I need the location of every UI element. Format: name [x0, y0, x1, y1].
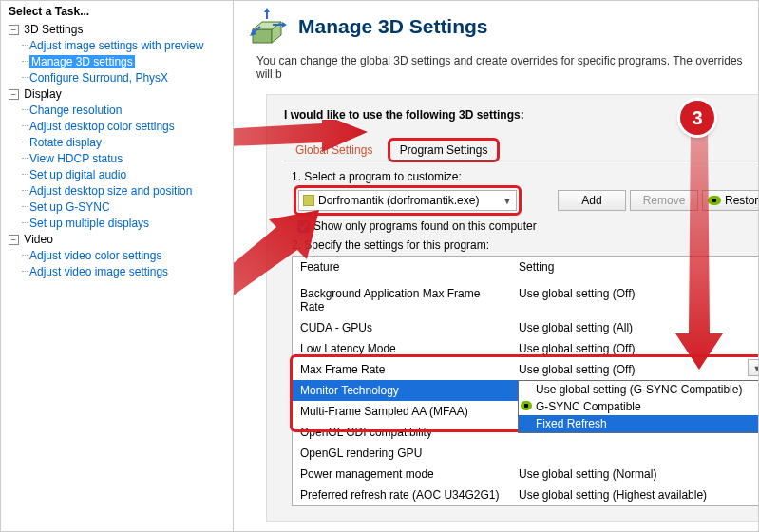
sidebar-title: Select a Task... — [5, 3, 233, 20]
feature-name: Preferred refresh rate (AOC U34G2G1) — [293, 484, 511, 505]
col-feature: Feature — [293, 256, 511, 277]
tree-expander[interactable]: − — [9, 25, 19, 35]
feature-value: Use global setting (All) — [511, 317, 758, 338]
program-select[interactable]: Dorfromantik (dorfromantik.exe) ▼ — [298, 190, 517, 211]
program-icon — [303, 195, 314, 206]
page-description: You can change the global 3D settings an… — [234, 50, 758, 90]
chevron-down-icon: ▼ — [503, 196, 512, 206]
tree-item[interactable]: Manage 3D settings — [29, 55, 135, 68]
tree-item[interactable]: Set up digital audio — [29, 168, 126, 181]
tree-item[interactable]: Adjust video image settings — [29, 265, 168, 278]
nvidia-icon — [521, 401, 532, 410]
tree-item[interactable]: Configure Surround, PhysX — [29, 71, 168, 85]
program-name: Dorfromantik (dorfromantik.exe) — [318, 194, 479, 207]
program-select-highlight: Dorfromantik (dorfromantik.exe) ▼ — [294, 185, 522, 216]
tree-item[interactable]: Adjust video color settings — [29, 249, 161, 262]
annotation-badge-3: 3 — [680, 101, 714, 135]
tree-item[interactable]: Set up multiple displays — [29, 217, 149, 230]
feature-name: OpenGL GDI compatibility — [293, 422, 511, 443]
feature-name: Background Application Max Frame Rate — [293, 283, 511, 317]
tree-expander[interactable]: − — [9, 235, 19, 245]
feature-name: Monitor Technology — [293, 380, 511, 401]
tree-item[interactable]: Adjust desktop color settings — [29, 120, 175, 133]
feature-value: Use global setting (Off) — [511, 359, 758, 380]
feature-value — [511, 443, 758, 464]
feature-row[interactable]: Max Frame RateUse global setting (Off) — [293, 359, 758, 380]
feature-name: Low Latency Mode — [293, 338, 511, 359]
tree-item[interactable]: Set up G-SYNC — [29, 200, 110, 214]
feature-row[interactable]: Low Latency ModeUse global setting (Off) — [293, 338, 758, 359]
dropdown-option[interactable]: G-SYNC Compatible — [519, 398, 758, 415]
feature-row[interactable]: Preferred refresh rate (AOC U34G2G1)Use … — [293, 484, 758, 505]
add-button[interactable]: Add — [558, 190, 626, 211]
step2-label: 2. Specify the settings for this program… — [292, 238, 758, 252]
feature-name: OpenGL rendering GPU — [293, 443, 511, 464]
task-sidebar: Select a Task... − 3D SettingsAdjust ima… — [1, 1, 234, 531]
feature-name: Multi-Frame Sampled AA (MFAA) — [293, 401, 511, 422]
tree-expander[interactable]: − — [9, 89, 19, 100]
restore-button[interactable]: Restore — [702, 190, 758, 211]
step1-label: 1. Select a program to customize: — [292, 170, 758, 183]
main-content: Manage 3D Settings You can change the gl… — [234, 1, 758, 531]
nvidia-icon — [708, 196, 721, 205]
monitor-tech-dropdown[interactable]: Use global setting (G-SYNC Compatible)G-… — [518, 380, 758, 433]
tree-item[interactable]: Adjust image settings with preview — [29, 39, 203, 52]
header-3d-icon — [249, 7, 289, 47]
dropdown-option[interactable]: Fixed Refresh — [519, 415, 758, 432]
svg-marker-6 — [282, 22, 287, 28]
feature-value: Use global setting (Off) — [511, 283, 758, 317]
dropdown-option[interactable]: Use global setting (G-SYNC Compatible) — [519, 381, 758, 398]
tree-group[interactable]: Display — [24, 87, 61, 101]
monitor-tech-chevron[interactable]: ▼ — [748, 359, 758, 376]
tree-item[interactable]: Rotate display — [29, 136, 102, 149]
tree-item[interactable]: View HDCP status — [29, 152, 123, 165]
feature-row[interactable]: CUDA - GPUsUse global setting (All) — [293, 317, 758, 338]
show-only-checkbox[interactable] — [297, 220, 310, 233]
feature-row[interactable]: OpenGL rendering GPU — [293, 443, 758, 464]
feature-row[interactable]: Background Application Max Frame RateUse… — [293, 283, 758, 317]
page-title: Manage 3D Settings — [298, 15, 488, 38]
col-setting: Setting — [511, 256, 758, 277]
settings-panel: I would like to use the following 3D set… — [266, 94, 758, 522]
feature-name: Power management mode — [293, 464, 511, 484]
show-only-label: Show only programs found on this compute… — [313, 219, 537, 233]
feature-row[interactable]: Power management modeUse global setting … — [293, 464, 758, 484]
task-tree: − 3D SettingsAdjust image settings with … — [5, 22, 233, 280]
feature-name: Max Frame Rate — [293, 359, 511, 380]
settings-tabs: Global Settings Program Settings — [284, 137, 758, 162]
tab-program-settings[interactable]: Program Settings — [388, 138, 501, 162]
feature-value: Use global setting (Off) — [511, 338, 758, 359]
feature-name: CUDA - GPUs — [293, 317, 511, 338]
page-header: Manage 3D Settings — [234, 1, 758, 50]
tree-group[interactable]: 3D Settings — [24, 23, 83, 36]
feature-value: Use global setting (Normal) — [511, 464, 758, 484]
feature-value: Use global setting (Highest available) — [511, 484, 758, 505]
svg-marker-4 — [264, 8, 270, 12]
tree-item[interactable]: Change resolution — [29, 104, 122, 117]
remove-button[interactable]: Remove — [630, 190, 698, 211]
tab-global-settings[interactable]: Global Settings — [284, 139, 384, 162]
tree-group[interactable]: Video — [24, 233, 52, 246]
tree-item[interactable]: Adjust desktop size and position — [29, 184, 192, 198]
